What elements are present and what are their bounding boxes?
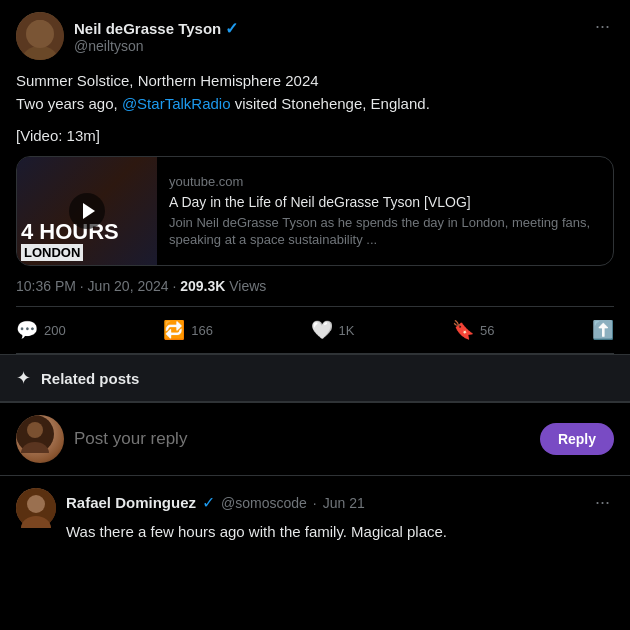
verified-icon: ✓ (225, 19, 238, 38)
tweet-body-prefix: Two years ago, (16, 95, 122, 112)
link-card-thumbnail: 4 HOURS LONDON (17, 157, 157, 265)
comment-header: Rafael Dominguez ✓ @somoscode · Jun 21 ·… (66, 488, 614, 517)
reply-button[interactable]: Reply (540, 423, 614, 455)
tweet-more-button[interactable]: ··· (591, 12, 614, 41)
like-action[interactable]: 🤍 1K (311, 319, 355, 341)
svg-point-4 (27, 422, 43, 438)
comment-body: Rafael Dominguez ✓ @somoscode · Jun 21 ·… (66, 488, 614, 544)
tweet-header: Neil deGrasse Tyson ✓ @neiltyson ··· (16, 12, 614, 60)
link-card[interactable]: 4 HOURS LONDON youtube.com A Day in the … (16, 156, 614, 266)
link-title: A Day in the Life of Neil deGrasse Tyson… (169, 193, 601, 211)
comment-container: Rafael Dominguez ✓ @somoscode · Jun 21 ·… (0, 476, 630, 556)
comment-date: Jun 21 (323, 495, 365, 511)
tweet-actions: 💬 200 🔁 166 🤍 1K 🔖 56 ⬆️ (16, 319, 614, 354)
bookmark-count: 56 (480, 323, 494, 338)
author-name-text: Neil deGrasse Tyson (74, 20, 221, 37)
author-display-name: Neil deGrasse Tyson ✓ (74, 19, 238, 38)
commenter-verified-icon: ✓ (202, 493, 215, 512)
reply-input[interactable] (74, 429, 530, 449)
comment-icon: 💬 (16, 319, 38, 341)
link-description: Join Neil deGrasse Tyson as he spends th… (169, 215, 601, 249)
tweet-header-left: Neil deGrasse Tyson ✓ @neiltyson (16, 12, 238, 60)
retweet-count: 166 (191, 323, 213, 338)
tweet-line1: Summer Solstice, Northern Hemisphere 202… (16, 70, 614, 93)
sparkle-icon: ✦ (16, 367, 31, 389)
retweet-action[interactable]: 🔁 166 (163, 319, 213, 341)
comment-header-left: Rafael Dominguez ✓ @somoscode · Jun 21 (66, 493, 365, 512)
tweet-body: Summer Solstice, Northern Hemisphere 202… (16, 70, 614, 115)
thumbnail-london: LONDON (21, 244, 83, 261)
related-posts-section[interactable]: ✦ Related posts (0, 354, 630, 402)
tweet-timestamp: 10:36 PM · Jun 20, 2024 (16, 278, 169, 294)
bookmark-icon: 🔖 (452, 319, 474, 341)
link-card-info: youtube.com A Day in the Life of Neil de… (157, 157, 613, 265)
svg-point-7 (27, 495, 45, 513)
comment-action[interactable]: 💬 200 (16, 319, 66, 341)
commenter-avatar (16, 488, 56, 528)
comment-dot: · (313, 495, 317, 511)
share-icon: ⬆️ (592, 319, 614, 341)
reply-box: Reply (0, 403, 630, 476)
tweet-line2: Two years ago, @StarTalkRadio visited St… (16, 93, 614, 116)
heart-icon: 🤍 (311, 319, 333, 341)
tweet-mention[interactable]: @StarTalkRadio (122, 95, 231, 112)
video-label: [Video: 13m] (16, 127, 614, 144)
author-info: Neil deGrasse Tyson ✓ @neiltyson (74, 19, 238, 54)
link-source: youtube.com (169, 174, 601, 189)
like-count: 1K (339, 323, 355, 338)
tweet-views-label: Views (229, 278, 266, 294)
commenter-name: Rafael Dominguez (66, 494, 196, 511)
play-triangle-icon (83, 203, 95, 219)
comment-count: 200 (44, 323, 66, 338)
commenter-username: @somoscode (221, 495, 307, 511)
tweet-meta: 10:36 PM · Jun 20, 2024 · 209.3K Views (16, 278, 614, 307)
tweet-container: Neil deGrasse Tyson ✓ @neiltyson ··· Sum… (0, 0, 630, 403)
author-username: @neiltyson (74, 38, 238, 54)
bookmark-action[interactable]: 🔖 56 (452, 319, 494, 341)
comment-text: Was there a few hours ago with the famil… (66, 521, 614, 544)
tweet-views-count: 209.3K (180, 278, 225, 294)
share-action[interactable]: ⬆️ (592, 319, 614, 341)
tweet-body-suffix: visited Stonehenge, England. (231, 95, 430, 112)
author-avatar[interactable] (16, 12, 64, 60)
retweet-icon: 🔁 (163, 319, 185, 341)
play-button[interactable] (69, 193, 105, 229)
comment-more-button[interactable]: ··· (591, 488, 614, 517)
svg-point-1 (29, 20, 51, 42)
reply-avatar (16, 415, 64, 463)
related-posts-label: Related posts (41, 370, 139, 387)
